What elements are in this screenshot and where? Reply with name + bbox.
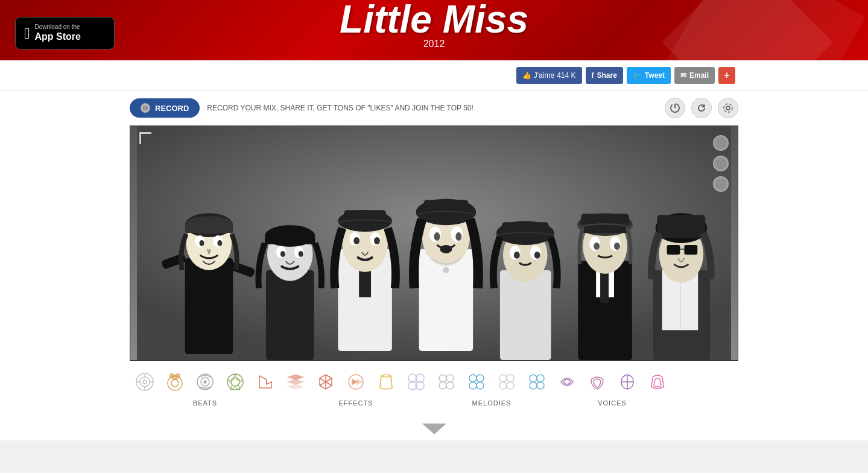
plus-icon: + <box>724 70 729 81</box>
voice-icon-1[interactable] <box>552 367 582 397</box>
svg-point-93 <box>204 381 206 383</box>
effect-icon-4[interactable] <box>371 367 401 397</box>
svg-point-113 <box>530 375 537 382</box>
svg-point-90 <box>171 379 179 387</box>
effect-icon-1[interactable] <box>280 367 311 397</box>
svg-rect-73 <box>667 245 680 255</box>
melodies-label: MELODIES <box>472 399 512 407</box>
player-icon-1[interactable] <box>713 135 729 151</box>
record-label: RECORD <box>155 104 189 113</box>
svg-rect-6 <box>185 258 233 354</box>
player-icon-3[interactable] <box>713 176 729 192</box>
beat-icon-5[interactable] <box>250 367 280 397</box>
effect-icon-3[interactable] <box>341 367 371 397</box>
player-icon-2[interactable] <box>713 156 729 171</box>
melody-icon-2[interactable] <box>461 367 492 397</box>
like-count: 414 K <box>557 71 575 80</box>
svg-point-41 <box>455 232 461 241</box>
beats-label: BEATS <box>193 399 217 407</box>
app-store-small-text: Download on the <box>35 24 81 31</box>
svg-point-104 <box>446 382 454 389</box>
power-icon <box>670 103 680 113</box>
beat-icon-2[interactable] <box>160 367 190 397</box>
email-label: Email <box>689 71 709 80</box>
effects-label: EFFECTS <box>338 399 373 407</box>
svg-point-50 <box>514 252 520 259</box>
character-4 <box>414 198 478 351</box>
record-inner-icon <box>142 105 148 111</box>
twitter-icon: 🐦 <box>633 71 642 80</box>
melody-icon-1[interactable] <box>431 367 461 397</box>
like-button[interactable]: 👍 J'aime 414 K <box>516 67 582 84</box>
record-description: RECORD YOUR MIX, SHARE IT, GET TONS OF "… <box>207 104 474 112</box>
svg-rect-20 <box>265 237 315 244</box>
svg-point-33 <box>374 237 380 244</box>
band-characters <box>130 126 738 360</box>
beat-icon-4[interactable] <box>220 367 250 397</box>
social-bar: 👍 J'aime 414 K f Share 🐦 Tweet ✉ Email + <box>0 60 868 90</box>
svg-point-83 <box>140 377 150 387</box>
character-6 <box>577 213 633 360</box>
app-store-big-text: App Store <box>35 31 81 42</box>
svg-point-114 <box>537 375 544 382</box>
svg-point-112 <box>507 382 514 389</box>
svg-point-109 <box>499 375 507 382</box>
share-label: Share <box>597 71 617 80</box>
svg-point-106 <box>477 375 484 382</box>
corner-mark-icon <box>139 132 151 144</box>
effect-icon-2[interactable] <box>311 367 341 397</box>
refresh-button[interactable] <box>691 98 712 118</box>
svg-point-108 <box>477 382 484 389</box>
svg-point-13 <box>200 240 204 246</box>
svg-point-81 <box>720 183 722 185</box>
svg-point-61 <box>614 243 620 250</box>
svg-point-111 <box>499 382 507 389</box>
svg-rect-44 <box>500 270 551 360</box>
record-circle-icon <box>141 103 150 113</box>
app-store-text-block: Download on the App Store <box>35 24 81 42</box>
beat-icon-3[interactable] <box>190 367 220 397</box>
scroll-down-button[interactable] <box>422 424 446 434</box>
header:  Download on the App Store Little Miss … <box>0 0 868 60</box>
voice-icon-4[interactable] <box>642 367 673 397</box>
svg-point-105 <box>469 375 477 382</box>
song-name: Little Miss <box>340 0 528 39</box>
melody-icon-3[interactable] <box>492 367 522 397</box>
main-player <box>0 125 868 361</box>
svg-point-23 <box>280 251 285 257</box>
power-button[interactable] <box>665 98 685 118</box>
beat-icon-1[interactable] <box>130 367 160 397</box>
share-icon: f <box>592 71 594 80</box>
refresh-icon <box>696 103 707 113</box>
settings-button[interactable] <box>718 98 738 118</box>
record-button[interactable]: RECORD <box>130 98 200 118</box>
svg-point-102 <box>446 375 454 382</box>
app-store-button[interactable]:  Download on the App Store <box>15 17 115 49</box>
svg-point-107 <box>469 382 477 389</box>
share-button[interactable]: f Share <box>586 67 623 84</box>
svg-rect-72 <box>657 215 706 238</box>
email-button[interactable]: ✉ Email <box>674 67 715 84</box>
svg-point-51 <box>534 252 540 259</box>
svg-point-101 <box>439 375 446 382</box>
svg-point-10 <box>185 216 233 234</box>
plus-button[interactable]: + <box>718 67 735 84</box>
thumbs-up-icon: 👍 <box>522 71 531 80</box>
apple-icon:  <box>24 25 30 41</box>
svg-point-79 <box>720 162 722 165</box>
voice-icon-3[interactable] <box>612 367 642 397</box>
svg-point-24 <box>299 251 303 257</box>
player-stage[interactable] <box>130 125 738 361</box>
instruments-row <box>0 361 868 397</box>
svg-point-40 <box>434 232 440 241</box>
svg-rect-74 <box>684 245 697 255</box>
effect-icon-5[interactable] <box>401 367 431 397</box>
melody-icon-4[interactable] <box>522 367 552 397</box>
svg-point-110 <box>507 375 514 382</box>
player-corner <box>139 132 151 144</box>
bottom-section <box>0 411 868 440</box>
categories-row: BEATS EFFECTS MELODIES VOICES <box>0 397 868 411</box>
tweet-button[interactable]: 🐦 Tweet <box>627 67 671 84</box>
like-label: J'aime <box>534 71 554 80</box>
voice-icon-2[interactable] <box>582 367 612 397</box>
